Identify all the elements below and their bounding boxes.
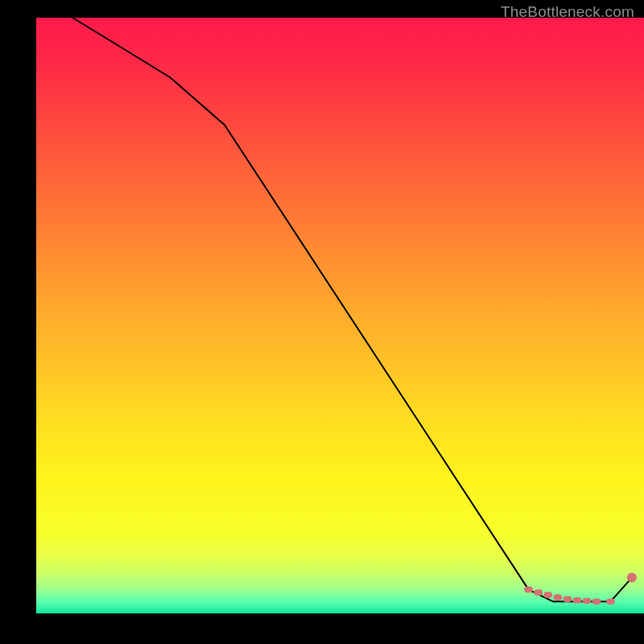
optimal-range-marker xyxy=(606,598,615,605)
end-marker xyxy=(627,573,637,583)
optimal-range-marker xyxy=(524,587,533,593)
optimal-range-marker xyxy=(543,592,552,598)
chart-svg xyxy=(0,0,644,644)
optimal-range-marker xyxy=(573,597,582,604)
optimal-range-marker xyxy=(592,598,601,605)
bottleneck-chart: TheBottleneck.com xyxy=(0,0,644,644)
optimal-range-marker xyxy=(553,594,562,601)
watermark-text: TheBottleneck.com xyxy=(501,3,634,21)
chart-plot-area xyxy=(36,18,644,613)
optimal-range-marker xyxy=(563,596,572,602)
optimal-range-marker xyxy=(534,589,543,596)
optimal-range-marker xyxy=(583,598,592,605)
